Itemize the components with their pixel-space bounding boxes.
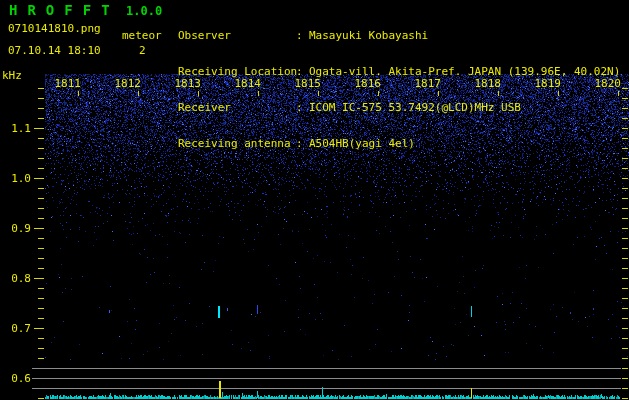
info-label: Receiving Location — [178, 66, 296, 78]
colon: : — [296, 138, 304, 150]
colon: : — [296, 66, 304, 78]
info-label: Receiving antenna — [178, 138, 296, 150]
freq-tick-label: 1.1 — [0, 122, 31, 135]
freq-tick-label: 0.7 — [0, 322, 31, 335]
freq-tick-label: 1.0 — [0, 172, 31, 185]
meteor-count: 2 — [139, 44, 146, 57]
info-value: ICOM IC-575 53.7492(@LCD)MHz USB — [309, 102, 521, 114]
time-tick-label: 1811 — [48, 77, 81, 90]
hrofft-screenshot: HROFFT 1.0.0 0710141810.png meteor 07.10… — [0, 0, 629, 400]
freq-axis-unit: kHz — [2, 69, 22, 82]
output-filename: 0710141810.png — [8, 22, 101, 35]
colon: : — [296, 102, 304, 114]
observation-info: Observer:Masayuki Kobayashi Receiving Lo… — [178, 6, 620, 174]
freq-tick-label: 0.9 — [0, 222, 31, 235]
info-value: Masayuki Kobayashi — [309, 30, 428, 42]
info-row-observer: Observer:Masayuki Kobayashi — [178, 30, 620, 42]
info-label: Receiver — [178, 102, 296, 114]
info-value: A504HB(yagi 4el) — [309, 138, 415, 150]
time-tick-label: 1812 — [108, 77, 141, 90]
colon: : — [296, 30, 304, 42]
info-label: Observer — [178, 30, 296, 42]
mode-label: meteor — [122, 29, 162, 42]
info-row-antenna: Receiving antenna:A504HB(yagi 4el) — [178, 138, 620, 150]
app-version: 1.0.0 — [126, 4, 162, 18]
info-row-receiver: Receiver:ICOM IC-575 53.7492(@LCD)MHz US… — [178, 102, 620, 114]
app-title: HROFFT — [9, 2, 120, 18]
freq-tick-label: 0.6 — [0, 372, 31, 385]
datetime-label: 07.10.14 18:10 — [8, 44, 101, 57]
freq-tick-label: 0.8 — [0, 272, 31, 285]
info-value: Ogata-vill. Akita-Pref. JAPAN (139.96E, … — [309, 66, 620, 78]
info-row-location: Receiving Location:Ogata-vill. Akita-Pre… — [178, 66, 620, 78]
